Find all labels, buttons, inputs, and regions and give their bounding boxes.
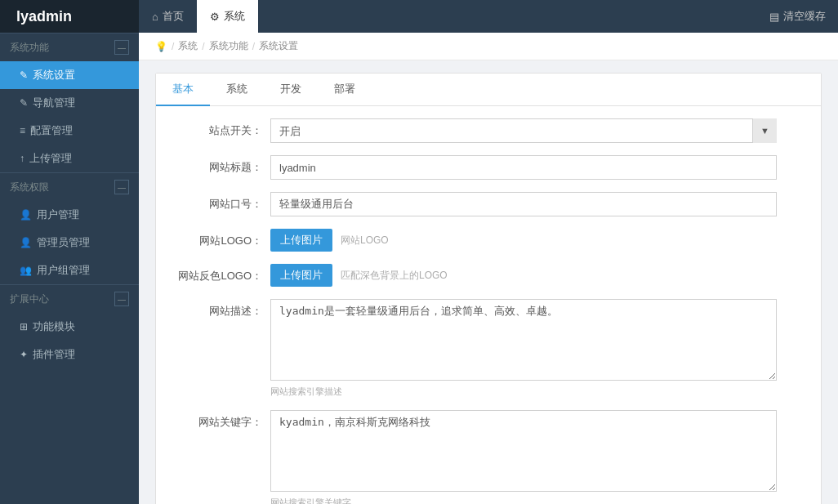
site-title-label: 网站标题： <box>172 155 270 175</box>
usergroup-icon: 👥 <box>20 265 32 276</box>
sidebar-group-header-system-auth[interactable]: 系统权限 — <box>0 172 139 201</box>
sidebar-item-label: 系统设置 <box>33 68 75 83</box>
upload-icon: ↑ <box>20 153 25 164</box>
sidebar-item-label: 用户组管理 <box>37 263 90 278</box>
main: 💡 / 系统 / 系统功能 / 系统设置 基本 系统 开发 部署 <box>139 33 838 504</box>
clear-cache-label: 清空缓存 <box>783 9 826 24</box>
sidebar-item-system-settings[interactable]: ✎ 系统设置 <box>0 61 139 89</box>
site-switch-wrap: 开启 关闭 ▼ <box>270 118 777 143</box>
tab-dev[interactable]: 开发 <box>264 74 318 106</box>
breadcrumb-sep: / <box>172 41 174 52</box>
site-slogan-input[interactable] <box>270 192 777 216</box>
form-row-site-logo: 网站LOGO： 上传图片 网站LOGO <box>172 229 805 252</box>
form-row-site-keywords: 网站关键字： 网站搜索引擎关键字 <box>172 410 805 504</box>
site-reverse-logo-hint: 匹配深色背景上的LOGO <box>341 269 448 283</box>
sidebar-toggle-icon[interactable]: — <box>114 180 129 194</box>
sidebar-item-label: 插件管理 <box>33 347 75 362</box>
site-desc-hint: 网站搜索引擎描述 <box>270 386 777 398</box>
form-row-site-slogan: 网站口号： <box>172 192 805 216</box>
site-title-input[interactable] <box>270 155 777 180</box>
sidebar-item-user-manage[interactable]: 👤 用户管理 <box>0 201 139 229</box>
tab-system[interactable]: 系统 <box>210 74 264 106</box>
plugin-icon: ✦ <box>20 349 28 360</box>
site-desc-wrap: 网站搜索引擎描述 <box>270 299 777 398</box>
site-reverse-logo-label: 网站反色LOGO： <box>172 264 270 283</box>
sidebar-item-admin-manage[interactable]: 👤 管理员管理 <box>0 229 139 256</box>
site-switch-label: 站点开关： <box>172 118 270 138</box>
clear-cache-icon: ▤ <box>769 11 779 23</box>
site-logo-label: 网站LOGO： <box>172 229 270 248</box>
card-body: 站点开关： 开启 关闭 ▼ <box>156 106 821 504</box>
breadcrumb-icon: 💡 <box>155 41 167 52</box>
settings-card: 基本 系统 开发 部署 站点开关： 开启 关闭 <box>155 73 822 504</box>
settings-tabs: 基本 系统 开发 部署 <box>156 74 821 106</box>
sidebar-item-nav-manage[interactable]: ✎ 导航管理 <box>0 89 139 117</box>
user-icon: 👤 <box>20 209 32 221</box>
header-nav: ⌂ 首页 ⚙ 系统 <box>139 0 258 33</box>
site-logo-upload-button[interactable]: 上传图片 <box>270 229 332 252</box>
admin-icon: 👤 <box>20 237 32 248</box>
tab-deploy[interactable]: 部署 <box>318 74 372 106</box>
sidebar-group-system-func: 系统功能 — ✎ 系统设置 ✎ 导航管理 ≡ 配置管理 ↑ 上传管理 <box>0 33 139 172</box>
site-keywords-textarea[interactable] <box>270 410 777 492</box>
sidebar-group-extension: 扩展中心 — ⊞ 功能模块 ✦ 插件管理 <box>0 284 139 368</box>
sidebar-item-usergroup-manage[interactable]: 👥 用户组管理 <box>0 256 139 284</box>
nav-system-label: 系统 <box>224 9 245 24</box>
sidebar-group-header-extension[interactable]: 扩展中心 — <box>0 284 139 313</box>
site-slogan-label: 网站口号： <box>172 192 270 212</box>
site-keywords-wrap: 网站搜索引擎关键字 <box>270 410 777 504</box>
site-slogan-wrap <box>270 192 777 216</box>
sidebar-group-label: 系统功能 <box>10 41 49 55</box>
nav-system[interactable]: ⚙ 系统 <box>197 0 258 33</box>
sidebar-toggle-icon[interactable]: — <box>114 40 129 55</box>
site-reverse-logo-wrap: 上传图片 匹配深色背景上的LOGO <box>270 264 777 287</box>
form-row-site-desc: 网站描述： 网站搜索引擎描述 <box>172 299 805 398</box>
nav-home[interactable]: ⌂ 首页 <box>139 0 197 33</box>
config-icon: ≡ <box>20 125 25 136</box>
form-row-site-title: 网站标题： <box>172 155 805 180</box>
site-switch-select[interactable]: 开启 关闭 <box>270 118 777 143</box>
site-desc-textarea[interactable] <box>270 299 777 381</box>
sidebar-item-config-manage[interactable]: ≡ 配置管理 <box>0 117 139 145</box>
form-row-site-switch: 站点开关： 开启 关闭 ▼ <box>172 118 805 143</box>
tab-basic[interactable]: 基本 <box>156 74 210 106</box>
clear-cache-button[interactable]: ▤ 清空缓存 <box>769 9 838 24</box>
sidebar-group-system-auth: 系统权限 — 👤 用户管理 👤 管理员管理 👥 用户组管理 <box>0 172 139 284</box>
breadcrumb-system-func[interactable]: 系统功能 <box>209 39 248 53</box>
module-icon: ⊞ <box>20 321 28 332</box>
sidebar-item-func-module[interactable]: ⊞ 功能模块 <box>0 313 139 341</box>
logo-row: 上传图片 网站LOGO <box>270 229 777 252</box>
sidebar-item-label: 配置管理 <box>30 123 73 138</box>
content: 基本 系统 开发 部署 站点开关： 开启 关闭 <box>139 60 838 504</box>
form-row-site-reverse-logo: 网站反色LOGO： 上传图片 匹配深色背景上的LOGO <box>172 264 805 287</box>
site-logo-hint: 网站LOGO <box>341 234 389 248</box>
app-logo: lyadmin <box>0 0 139 33</box>
system-icon: ⚙ <box>210 11 220 23</box>
sidebar-item-label: 管理员管理 <box>37 235 90 250</box>
sidebar-item-upload-manage[interactable]: ↑ 上传管理 <box>0 145 139 172</box>
home-icon: ⌂ <box>152 11 158 23</box>
sidebar-item-label: 导航管理 <box>33 96 75 110</box>
site-keywords-label: 网站关键字： <box>172 410 270 430</box>
nav-home-label: 首页 <box>163 9 184 24</box>
sidebar-group-header-system-func[interactable]: 系统功能 — <box>0 33 139 61</box>
sidebar-item-plugin-manage[interactable]: ✦ 插件管理 <box>0 341 139 368</box>
sidebar: 系统功能 — ✎ 系统设置 ✎ 导航管理 ≡ 配置管理 ↑ 上传管理 <box>0 33 139 504</box>
breadcrumb-sep: / <box>202 41 204 52</box>
site-switch-select-wrap: 开启 关闭 ▼ <box>270 118 777 143</box>
settings-icon: ✎ <box>20 69 28 81</box>
sidebar-item-label: 用户管理 <box>37 207 79 222</box>
reverse-logo-row: 上传图片 匹配深色背景上的LOGO <box>270 264 777 287</box>
site-logo-wrap: 上传图片 网站LOGO <box>270 229 777 252</box>
site-reverse-logo-upload-button[interactable]: 上传图片 <box>270 264 332 287</box>
site-keywords-hint: 网站搜索引擎关键字 <box>270 497 777 504</box>
sidebar-item-label: 上传管理 <box>29 151 72 166</box>
sidebar-toggle-icon[interactable]: — <box>114 292 129 306</box>
breadcrumb-sep: / <box>252 41 255 52</box>
header: lyadmin ⌂ 首页 ⚙ 系统 ▤ 清空缓存 <box>0 0 838 33</box>
nav-icon: ✎ <box>20 97 28 109</box>
breadcrumb-system[interactable]: 系统 <box>178 39 198 53</box>
breadcrumb-current: 系统设置 <box>259 39 298 53</box>
sidebar-group-label: 系统权限 <box>10 181 49 194</box>
layout: 系统功能 — ✎ 系统设置 ✎ 导航管理 ≡ 配置管理 ↑ 上传管理 <box>0 33 838 504</box>
